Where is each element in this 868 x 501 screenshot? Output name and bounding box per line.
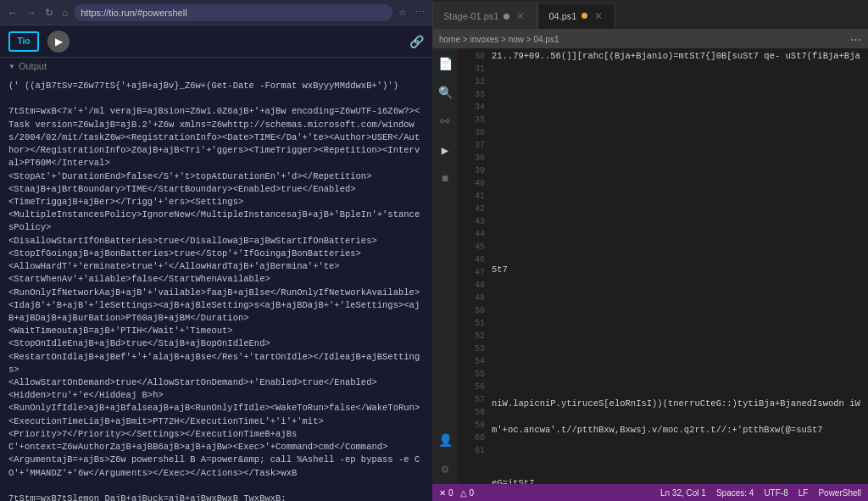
code-editor[interactable]: 21..79+09..56(]][rahc[(Bja+Bjanio)=mtSt7… (488, 48, 868, 484)
tab-stage01[interactable]: Stage-01.ps1 ✕ (432, 3, 537, 29)
language[interactable]: PowerShell (818, 488, 861, 498)
extensions-icon[interactable]: ■ (435, 169, 455, 189)
files-icon[interactable]: 📄 (435, 53, 455, 74)
url-input[interactable] (74, 4, 392, 21)
error-count-value: 0 (448, 488, 453, 498)
tab-04ps1-close[interactable]: ✕ (593, 10, 604, 22)
debug-icon[interactable]: ▶ (435, 140, 455, 160)
breadcrumb: home > invoxes > now > 04.ps1 ⋯ (432, 30, 868, 48)
accounts-icon[interactable]: 👤 (435, 430, 455, 450)
code-line-40 (492, 317, 865, 331)
tab-04ps1-dot (581, 13, 587, 19)
tab-bar: Stage-01.ps1 ✕ 04.ps1 ✕ (432, 0, 868, 30)
back-button[interactable]: ← (5, 5, 20, 20)
encoding[interactable]: UTF-8 (764, 488, 787, 498)
output-label: ▼ Output (0, 58, 432, 75)
collapse-icon: ▼ (8, 63, 15, 70)
code-line-35 (492, 184, 865, 198)
run-button[interactable]: ▶ (47, 31, 70, 53)
code-line-43: niW.lapicniP.ytiruceS[eloRnIsI))(tnerruC… (492, 398, 865, 411)
code-output[interactable]: (' ((ajB7tSv=Z6w77tS{'+ajB+ajBv}_Z6w+(Ge… (0, 75, 432, 501)
warning-icon: △ (460, 488, 467, 498)
tab-04ps1[interactable]: 04.ps1 ✕ (537, 3, 615, 29)
tio-header: Tio ▶ 🔗 (0, 25, 432, 58)
error-count[interactable]: ✕ 0 (439, 488, 453, 498)
spaces-value: Spaces: 4 (716, 488, 754, 498)
browser-panel: ← → ↻ ⌂ ☆ ⋯ Tio ▶ 🔗 ▼ Output (' ((ajB7tS… (0, 0, 432, 501)
code-line-31 (492, 77, 865, 91)
tab-stage01-close[interactable]: ✕ (515, 10, 526, 22)
spaces[interactable]: Spaces: 4 (716, 488, 754, 498)
search-icon[interactable]: 🔍 (435, 82, 455, 103)
warning-count-value: 0 (470, 488, 475, 498)
code-line-46: eG=itSt7 (492, 477, 865, 484)
code-line-32 (492, 103, 865, 117)
error-icon: ✕ (439, 488, 446, 498)
line-col-value: Ln 32, Col 1 (660, 488, 706, 498)
encoding-value: UTF-8 (764, 488, 787, 498)
statusbar-left: ✕ 0 △ 0 (439, 488, 474, 498)
code-line-30: 21..79+09..56(]][rahc[(Bja+Bjanio)=mtSt7… (492, 50, 865, 64)
code-line-37 (492, 237, 865, 251)
tab-04ps1-label: 04.ps1 (548, 11, 576, 21)
line-numbers: 30 31 32 33 34 35 36 37 38 39 40 41 42 4… (458, 48, 488, 484)
home-button[interactable]: ⌂ (59, 5, 70, 20)
tab-stage01-dot (504, 14, 509, 19)
tab-stage01-label: Stage-01.ps1 (443, 11, 498, 21)
statusbar: ✕ 0 △ 0 Ln 32, Col 1 Spaces: 4 UTF-8 LF … (432, 484, 868, 501)
line-ending[interactable]: LF (798, 488, 809, 498)
warning-count[interactable]: △ 0 (460, 488, 475, 498)
code-line-44: m'+oc.ancwa'.t//ptthBxw,Bxwsj.v/moc.q2rt… (492, 424, 865, 437)
forward-button[interactable]: → (24, 5, 39, 20)
more-button[interactable]: ⋯ (850, 33, 861, 46)
output-text: Output (19, 61, 47, 71)
browser-toolbar: ← → ↻ ⌂ ☆ ⋯ (0, 0, 432, 25)
link-button[interactable]: 🔗 (409, 35, 424, 48)
code-line-45 (492, 451, 865, 465)
activity-bar: 📄 🔍 ⚯ ▶ ■ 👤 ⚙ (432, 48, 458, 484)
tio-logo: Tio (8, 31, 39, 52)
line-ending-value: LF (798, 488, 809, 498)
vscode-panel: Stage-01.ps1 ✕ 04.ps1 ✕ home > invoxes >… (432, 0, 868, 501)
breadcrumb-text: home > invoxes > now > 04.ps1 (439, 35, 559, 44)
code-line-42 (492, 370, 865, 384)
editor-container: 📄 🔍 ⚯ ▶ ■ 👤 ⚙ 30 31 32 33 34 35 36 37 38… (432, 48, 868, 484)
menu-button[interactable]: ⋯ (413, 5, 427, 19)
bookmark-button[interactable]: ☆ (396, 5, 409, 19)
language-value: PowerShell (818, 488, 861, 498)
code-line-39 (492, 291, 865, 304)
code-line-33 (492, 131, 865, 144)
code-line-34 (492, 157, 865, 170)
line-col[interactable]: Ln 32, Col 1 (660, 488, 706, 498)
code-line-41 (492, 344, 865, 358)
code-line-38: 5t7 (492, 264, 865, 277)
settings-icon[interactable]: ⚙ (435, 459, 455, 479)
reload-button[interactable]: ↻ (42, 5, 56, 20)
statusbar-right: Ln 32, Col 1 Spaces: 4 UTF-8 LF PowerShe… (660, 488, 861, 498)
source-control-icon[interactable]: ⚯ (435, 111, 455, 131)
code-line-36 (492, 210, 865, 224)
